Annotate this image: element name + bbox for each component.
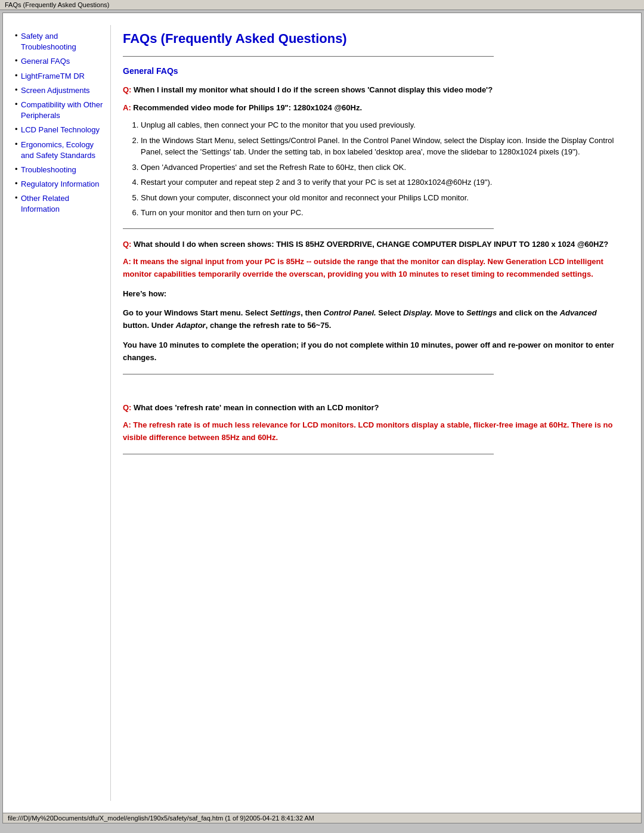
divider-top: [123, 56, 494, 57]
q1-list-item-1: Unplug all cables, then connect your PC …: [141, 119, 617, 131]
sidebar-link-compatibility[interactable]: Compatibility with Other Peripherals: [21, 100, 104, 121]
q3-answer: A: The refresh rate is of much less rele…: [123, 419, 617, 444]
q1-list: Unplug all cables, then connect your PC …: [141, 119, 617, 219]
section-heading: General FAQs: [123, 66, 617, 76]
title-bar: FAQs (Frequently Asked Questions): [0, 0, 644, 10]
q3-answer-text: The refresh rate is of much less relevan…: [123, 420, 612, 442]
q1-list-item-3: Open 'Advanced Properties' and set the R…: [141, 162, 617, 174]
sidebar-item-screen: Screen Adjustments: [15, 85, 104, 96]
sidebar-link-ergonomics[interactable]: Ergonomics, Ecology and Safety Standards: [21, 140, 104, 161]
q1-list-item-5: Shut down your computer, disconnect your…: [141, 192, 617, 204]
q2-label: Q:: [123, 240, 131, 249]
sidebar-link-screen[interactable]: Screen Adjustments: [21, 85, 104, 96]
q1-list-item-6: Turn on your monitor and then turn on yo…: [141, 207, 617, 219]
q2-minutes: You have 10 minutes to complete the oper…: [123, 339, 617, 364]
page-title: FAQs (Frequently Asked Questions): [123, 31, 617, 47]
question-1: Q: When I install my monitor what should…: [123, 84, 617, 229]
q1-list-item-2: In the Windows Start Menu, select Settin…: [141, 135, 617, 158]
sidebar-link-lcd[interactable]: LCD Panel Technology: [21, 125, 104, 135]
title-bar-text: FAQs (Frequently Asked Questions): [5, 1, 109, 8]
sidebar-item-other: Other Related Information: [15, 193, 104, 215]
q3-a-label: A:: [123, 420, 131, 429]
question-2: Q: What should I do when screen shows: T…: [123, 239, 617, 402]
sidebar-link-troubleshooting[interactable]: Troubleshooting: [21, 165, 104, 175]
q2-answer-text: It means the signal input from your PC i…: [123, 257, 603, 278]
q1-label: Q:: [123, 85, 131, 94]
sidebar-link-safety[interactable]: Safety and Troubleshooting: [21, 31, 104, 52]
sidebar-link-regulatory[interactable]: Regulatory Information: [21, 179, 104, 190]
browser-window: Safety and TroubleshootingGeneral FAQsLi…: [2, 13, 642, 823]
sidebar-link-other[interactable]: Other Related Information: [21, 193, 104, 215]
q3-label: Q:: [123, 403, 131, 412]
q2-a-label: A:: [123, 257, 131, 266]
divider-q2: [123, 374, 494, 374]
sidebar-item-safety: Safety and Troubleshooting: [15, 31, 104, 52]
q2-go: Go to your Windows Start menu. Select Se…: [123, 307, 617, 332]
sidebar-link-lightframe[interactable]: LightFrameTM DR: [21, 71, 104, 82]
sidebar-item-ergonomics: Ergonomics, Ecology and Safety Standards: [15, 140, 104, 161]
q1-answer-bold: A: Recommended video mode for Philips 19…: [123, 102, 617, 114]
main-content: FAQs (Frequently Asked Questions) Genera…: [110, 25, 629, 801]
status-bar: file:///D|/My%20Documents/dfu/X_model/en…: [3, 813, 641, 823]
status-text: file:///D|/My%20Documents/dfu/X_model/en…: [8, 815, 314, 822]
q1-answer-text: Recommended video mode for Philips 19": …: [131, 103, 362, 112]
q1-text: Q: When I install my monitor what should…: [123, 84, 617, 96]
divider-q1: [123, 228, 494, 229]
q1-a-label: A:: [123, 103, 131, 112]
sidebar-item-regulatory: Regulatory Information: [15, 179, 104, 190]
content-area: Safety and TroubleshootingGeneral FAQsLi…: [3, 13, 641, 813]
q2-question: What should I do when screen shows: THIS…: [131, 240, 608, 249]
q3-question: What does 'refresh rate' mean in connect…: [131, 403, 379, 412]
sidebar: Safety and TroubleshootingGeneral FAQsLi…: [15, 25, 110, 801]
sidebar-item-compatibility: Compatibility with Other Peripherals: [15, 100, 104, 121]
q1-list-item-4: Restart your computer and repeat step 2 …: [141, 176, 617, 188]
q3-text: Q: What does 'refresh rate' mean in conn…: [123, 402, 617, 414]
sidebar-link-general-faqs[interactable]: General FAQs: [21, 56, 104, 67]
sidebar-item-troubleshooting: Troubleshooting: [15, 165, 104, 175]
q2-answer: A: It means the signal input from your P…: [123, 256, 617, 281]
q1-question: When I install my monitor what should I …: [131, 85, 493, 94]
question-3: Q: What does 'refresh rate' mean in conn…: [123, 402, 617, 454]
sidebar-item-general-faqs: General FAQs: [15, 56, 104, 67]
sidebar-item-lightframe: LightFrameTM DR: [15, 71, 104, 82]
divider-q3: [123, 454, 494, 454]
q2-here: Here’s how:: [123, 288, 617, 301]
sidebar-item-lcd: LCD Panel Technology: [15, 125, 104, 135]
q2-text: Q: What should I do when screen shows: T…: [123, 239, 617, 250]
